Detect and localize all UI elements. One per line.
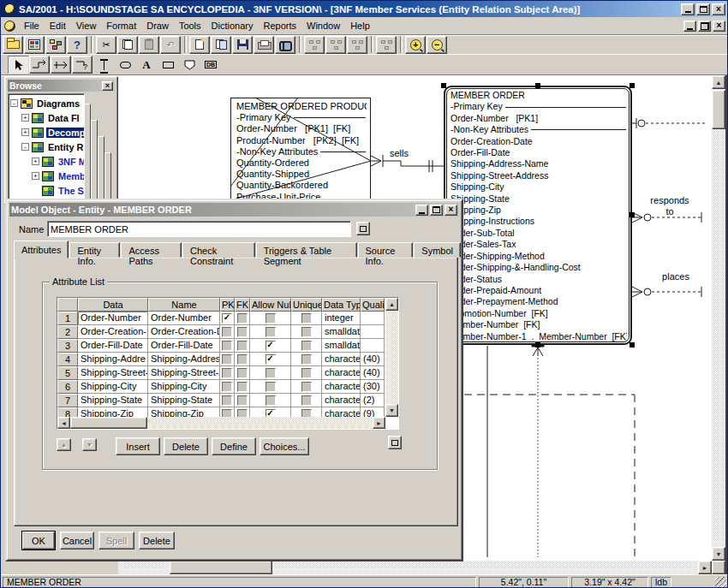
browse-close-button[interactable]: × — [102, 81, 113, 91]
zoom-out-button[interactable]: − — [427, 36, 447, 54]
cell-unique[interactable] — [291, 407, 322, 417]
cell-name[interactable]: Order-Fill-Date — [148, 339, 220, 353]
dialog-close-button[interactable]: × — [445, 205, 457, 216]
cell-qualifier[interactable]: (40) — [361, 353, 385, 366]
choices-button[interactable]: Choices... — [260, 437, 309, 455]
cell-name[interactable]: Shipping-Zip — [148, 407, 220, 417]
cell-data-type[interactable]: character — [322, 353, 361, 366]
cell-data[interactable]: Shipping-Addre — [78, 353, 148, 366]
encyclopedia-manager-button[interactable] — [24, 36, 45, 54]
browse-tree[interactable]: - Diagrams + Data Fl + Decomp - Entity R… — [8, 93, 85, 204]
allow-null-checkbox[interactable] — [266, 368, 276, 378]
horizontal-scroll-thumb[interactable] — [170, 561, 272, 574]
cell-fk[interactable] — [235, 353, 250, 366]
unique-checkbox[interactable] — [301, 313, 312, 324]
tab-triggers-table-segment[interactable]: Triggers & Table Segment — [256, 242, 357, 258]
cell-fk[interactable] — [235, 366, 250, 380]
cell-unique[interactable] — [291, 353, 322, 366]
cell-data[interactable]: Order-Fill-Date — [78, 339, 148, 353]
row-number[interactable]: 1 — [57, 312, 78, 325]
cell-pk[interactable] — [220, 353, 235, 366]
tree-item-entity-relation[interactable]: - Entity R — [10, 140, 84, 154]
tree-expand-icon[interactable]: + — [32, 157, 39, 165]
cell-qualifier[interactable] — [361, 325, 385, 339]
relationship-label-to[interactable]: to — [639, 206, 701, 217]
close-button[interactable]: × — [712, 3, 725, 15]
cell-name[interactable]: Shipping-City — [148, 380, 220, 394]
relationship-label-places[interactable]: places — [647, 271, 704, 282]
cell-unique[interactable] — [291, 394, 322, 407]
cell-unique[interactable] — [291, 312, 322, 325]
cell-name[interactable]: Order-Number — [148, 312, 220, 325]
level-top-button[interactable] — [347, 36, 367, 54]
selection-handle[interactable] — [630, 342, 635, 347]
allow-null-checkbox[interactable] — [266, 382, 276, 392]
pk-checkbox[interactable] — [222, 354, 232, 365]
entity-member-order[interactable]: MEMBER ORDER -Primary Key Order-Number [… — [444, 86, 632, 345]
new-diagram-button[interactable] — [189, 36, 210, 54]
browse-title-bar[interactable]: Browse × — [8, 80, 115, 92]
row-number[interactable]: 7 — [57, 394, 78, 407]
text-tool-button[interactable]: A — [136, 56, 157, 74]
cell-qualifier[interactable]: (30) — [361, 380, 385, 394]
cell-fk[interactable] — [235, 325, 250, 339]
shield-tool-button[interactable] — [179, 56, 200, 74]
tab-entity-info[interactable]: Entity Info. — [69, 242, 120, 258]
menu-file[interactable]: File — [19, 18, 45, 33]
menu-draw[interactable]: Draw — [141, 18, 174, 33]
cell-data-type[interactable]: integer — [322, 312, 361, 325]
cell-data[interactable]: Order-Number — [78, 312, 148, 325]
fk-checkbox[interactable] — [237, 354, 248, 365]
tree-item-3nf-member[interactable]: + 3NF M — [10, 154, 84, 169]
cell-qualifier[interactable]: (2) — [361, 394, 385, 407]
cell-unique[interactable] — [291, 380, 322, 394]
fk-checkbox[interactable] — [237, 327, 248, 337]
cell-data-type[interactable]: character — [322, 407, 361, 417]
cell-fk[interactable] — [235, 394, 250, 407]
menu-dictionary[interactable]: Dictionary — [206, 18, 259, 33]
canvas-vertical-scrollbar[interactable]: ▲ ▼ — [712, 75, 725, 561]
cell-name[interactable]: Shipping-Street-A — [148, 366, 220, 380]
cell-unique[interactable] — [291, 339, 322, 353]
pk-checkbox[interactable] — [222, 341, 232, 351]
path-tool-button[interactable]: ? — [72, 56, 92, 74]
cancel-button[interactable]: Cancel — [60, 532, 94, 549]
cell-pk[interactable] — [220, 394, 235, 407]
tree-collapse-icon[interactable]: - — [21, 143, 29, 151]
open-encyclopedia-button[interactable] — [3, 36, 23, 54]
pk-checkbox[interactable] — [222, 409, 232, 418]
tree-item-member[interactable]: + Memb — [10, 169, 84, 183]
tab-access-paths[interactable]: Access Paths — [121, 242, 182, 258]
vertical-scroll-thumb[interactable] — [712, 90, 725, 129]
tab-attributes[interactable]: Attributes — [14, 241, 69, 258]
cell-qualifier[interactable]: (9) — [361, 407, 385, 417]
row-number[interactable]: 2 — [57, 325, 78, 339]
cut-button[interactable]: ✂ — [96, 36, 116, 54]
row-number[interactable]: 8 — [57, 407, 78, 417]
pk-checkbox[interactable] — [222, 327, 232, 337]
cell-fk[interactable] — [235, 407, 250, 417]
insert-button[interactable]: Insert — [116, 437, 160, 455]
cell-allow-null[interactable] — [250, 325, 291, 339]
mdi-close-button[interactable]: × — [713, 21, 725, 32]
convert-diagram-button[interactable] — [211, 36, 231, 54]
cell-allow-null[interactable] — [250, 380, 291, 394]
relationship-label-sells[interactable]: sells — [378, 148, 421, 158]
row-number[interactable]: 5 — [57, 366, 78, 380]
cell-data-type[interactable]: character — [322, 366, 361, 380]
move-row-up-button[interactable]: ▲ — [57, 438, 71, 451]
cell-data-type[interactable]: smalldate — [322, 339, 361, 353]
selection-handle[interactable] — [535, 83, 540, 88]
unique-checkbox[interactable] — [301, 354, 312, 365]
fk-checkbox[interactable] — [237, 382, 248, 392]
name-input[interactable] — [47, 221, 351, 237]
fk-checkbox[interactable] — [237, 409, 248, 418]
fk-checkbox[interactable] — [237, 341, 248, 351]
cell-qualifier[interactable] — [361, 312, 385, 325]
tab-symbol[interactable]: Symbol — [414, 242, 461, 258]
allow-null-checkbox[interactable] — [266, 395, 276, 406]
tree-item-diagrams[interactable]: - Diagrams — [10, 96, 84, 110]
cell-qualifier[interactable]: (40) — [361, 366, 385, 380]
scroll-right-button[interactable]: ► — [698, 561, 712, 574]
zoom-in-button[interactable]: + — [405, 36, 426, 54]
